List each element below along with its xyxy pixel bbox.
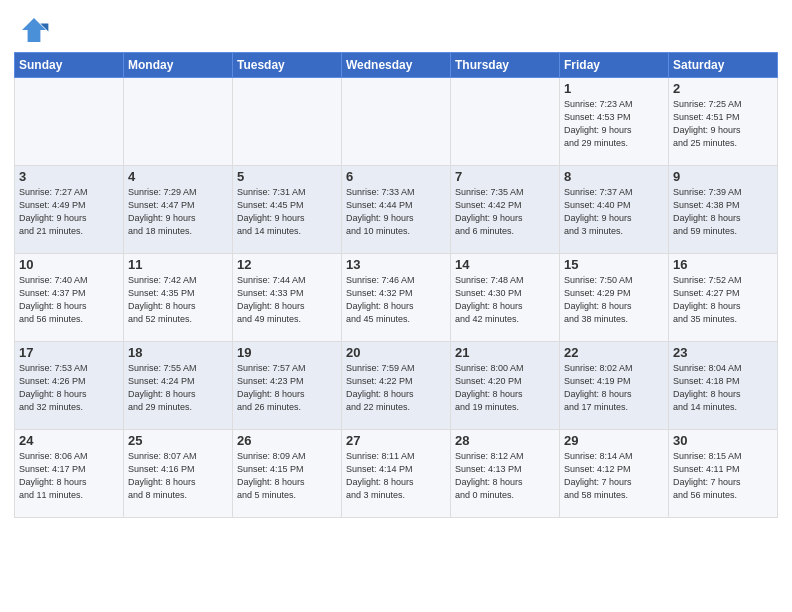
calendar-body: 1Sunrise: 7:23 AM Sunset: 4:53 PM Daylig… — [15, 78, 778, 518]
day-number: 13 — [346, 257, 446, 272]
weekday-friday: Friday — [560, 53, 669, 78]
week-row-5: 24Sunrise: 8:06 AM Sunset: 4:17 PM Dayli… — [15, 430, 778, 518]
day-info: Sunrise: 8:12 AM Sunset: 4:13 PM Dayligh… — [455, 450, 555, 502]
day-number: 22 — [564, 345, 664, 360]
calendar-cell: 12Sunrise: 7:44 AM Sunset: 4:33 PM Dayli… — [233, 254, 342, 342]
day-number: 7 — [455, 169, 555, 184]
weekday-monday: Monday — [124, 53, 233, 78]
day-number: 14 — [455, 257, 555, 272]
day-info: Sunrise: 7:23 AM Sunset: 4:53 PM Dayligh… — [564, 98, 664, 150]
day-info: Sunrise: 8:04 AM Sunset: 4:18 PM Dayligh… — [673, 362, 773, 414]
calendar-cell: 1Sunrise: 7:23 AM Sunset: 4:53 PM Daylig… — [560, 78, 669, 166]
day-number: 28 — [455, 433, 555, 448]
calendar-cell: 30Sunrise: 8:15 AM Sunset: 4:11 PM Dayli… — [669, 430, 778, 518]
day-number: 25 — [128, 433, 228, 448]
calendar-cell — [15, 78, 124, 166]
day-number: 3 — [19, 169, 119, 184]
day-number: 1 — [564, 81, 664, 96]
day-number: 24 — [19, 433, 119, 448]
calendar-cell: 16Sunrise: 7:52 AM Sunset: 4:27 PM Dayli… — [669, 254, 778, 342]
calendar-cell: 28Sunrise: 8:12 AM Sunset: 4:13 PM Dayli… — [451, 430, 560, 518]
day-number: 16 — [673, 257, 773, 272]
calendar-cell: 7Sunrise: 7:35 AM Sunset: 4:42 PM Daylig… — [451, 166, 560, 254]
week-row-2: 3Sunrise: 7:27 AM Sunset: 4:49 PM Daylig… — [15, 166, 778, 254]
weekday-sunday: Sunday — [15, 53, 124, 78]
day-info: Sunrise: 8:11 AM Sunset: 4:14 PM Dayligh… — [346, 450, 446, 502]
weekday-wednesday: Wednesday — [342, 53, 451, 78]
day-info: Sunrise: 7:50 AM Sunset: 4:29 PM Dayligh… — [564, 274, 664, 326]
day-info: Sunrise: 7:37 AM Sunset: 4:40 PM Dayligh… — [564, 186, 664, 238]
day-number: 10 — [19, 257, 119, 272]
day-number: 18 — [128, 345, 228, 360]
calendar-cell: 23Sunrise: 8:04 AM Sunset: 4:18 PM Dayli… — [669, 342, 778, 430]
calendar-cell — [342, 78, 451, 166]
calendar-cell: 6Sunrise: 7:33 AM Sunset: 4:44 PM Daylig… — [342, 166, 451, 254]
calendar-cell — [233, 78, 342, 166]
day-info: Sunrise: 7:46 AM Sunset: 4:32 PM Dayligh… — [346, 274, 446, 326]
day-number: 5 — [237, 169, 337, 184]
day-info: Sunrise: 7:57 AM Sunset: 4:23 PM Dayligh… — [237, 362, 337, 414]
calendar-cell: 27Sunrise: 8:11 AM Sunset: 4:14 PM Dayli… — [342, 430, 451, 518]
day-number: 29 — [564, 433, 664, 448]
calendar-cell: 2Sunrise: 7:25 AM Sunset: 4:51 PM Daylig… — [669, 78, 778, 166]
day-info: Sunrise: 7:31 AM Sunset: 4:45 PM Dayligh… — [237, 186, 337, 238]
calendar-cell: 29Sunrise: 8:14 AM Sunset: 4:12 PM Dayli… — [560, 430, 669, 518]
day-info: Sunrise: 7:25 AM Sunset: 4:51 PM Dayligh… — [673, 98, 773, 150]
calendar-cell: 21Sunrise: 8:00 AM Sunset: 4:20 PM Dayli… — [451, 342, 560, 430]
calendar-cell: 9Sunrise: 7:39 AM Sunset: 4:38 PM Daylig… — [669, 166, 778, 254]
calendar-cell: 3Sunrise: 7:27 AM Sunset: 4:49 PM Daylig… — [15, 166, 124, 254]
day-info: Sunrise: 7:42 AM Sunset: 4:35 PM Dayligh… — [128, 274, 228, 326]
day-info: Sunrise: 8:06 AM Sunset: 4:17 PM Dayligh… — [19, 450, 119, 502]
day-info: Sunrise: 7:40 AM Sunset: 4:37 PM Dayligh… — [19, 274, 119, 326]
day-number: 8 — [564, 169, 664, 184]
calendar-cell: 24Sunrise: 8:06 AM Sunset: 4:17 PM Dayli… — [15, 430, 124, 518]
day-number: 26 — [237, 433, 337, 448]
day-number: 20 — [346, 345, 446, 360]
day-info: Sunrise: 7:52 AM Sunset: 4:27 PM Dayligh… — [673, 274, 773, 326]
calendar-cell: 8Sunrise: 7:37 AM Sunset: 4:40 PM Daylig… — [560, 166, 669, 254]
day-info: Sunrise: 7:44 AM Sunset: 4:33 PM Dayligh… — [237, 274, 337, 326]
calendar-cell: 26Sunrise: 8:09 AM Sunset: 4:15 PM Dayli… — [233, 430, 342, 518]
day-info: Sunrise: 7:35 AM Sunset: 4:42 PM Dayligh… — [455, 186, 555, 238]
week-row-3: 10Sunrise: 7:40 AM Sunset: 4:37 PM Dayli… — [15, 254, 778, 342]
day-number: 27 — [346, 433, 446, 448]
calendar-cell: 19Sunrise: 7:57 AM Sunset: 4:23 PM Dayli… — [233, 342, 342, 430]
day-info: Sunrise: 7:55 AM Sunset: 4:24 PM Dayligh… — [128, 362, 228, 414]
day-info: Sunrise: 7:27 AM Sunset: 4:49 PM Dayligh… — [19, 186, 119, 238]
day-number: 2 — [673, 81, 773, 96]
page-container: SundayMondayTuesdayWednesdayThursdayFrid… — [0, 0, 792, 526]
day-info: Sunrise: 7:53 AM Sunset: 4:26 PM Dayligh… — [19, 362, 119, 414]
day-number: 23 — [673, 345, 773, 360]
calendar-cell: 20Sunrise: 7:59 AM Sunset: 4:22 PM Dayli… — [342, 342, 451, 430]
day-info: Sunrise: 8:00 AM Sunset: 4:20 PM Dayligh… — [455, 362, 555, 414]
day-number: 15 — [564, 257, 664, 272]
calendar: SundayMondayTuesdayWednesdayThursdayFrid… — [14, 52, 778, 518]
day-number: 6 — [346, 169, 446, 184]
calendar-cell: 4Sunrise: 7:29 AM Sunset: 4:47 PM Daylig… — [124, 166, 233, 254]
day-number: 12 — [237, 257, 337, 272]
day-info: Sunrise: 7:48 AM Sunset: 4:30 PM Dayligh… — [455, 274, 555, 326]
calendar-cell: 11Sunrise: 7:42 AM Sunset: 4:35 PM Dayli… — [124, 254, 233, 342]
day-info: Sunrise: 8:14 AM Sunset: 4:12 PM Dayligh… — [564, 450, 664, 502]
day-info: Sunrise: 7:59 AM Sunset: 4:22 PM Dayligh… — [346, 362, 446, 414]
calendar-cell: 10Sunrise: 7:40 AM Sunset: 4:37 PM Dayli… — [15, 254, 124, 342]
day-info: Sunrise: 8:15 AM Sunset: 4:11 PM Dayligh… — [673, 450, 773, 502]
calendar-cell: 25Sunrise: 8:07 AM Sunset: 4:16 PM Dayli… — [124, 430, 233, 518]
day-info: Sunrise: 8:09 AM Sunset: 4:15 PM Dayligh… — [237, 450, 337, 502]
day-number: 30 — [673, 433, 773, 448]
weekday-saturday: Saturday — [669, 53, 778, 78]
logo-icon — [18, 14, 50, 46]
calendar-header: SundayMondayTuesdayWednesdayThursdayFrid… — [15, 53, 778, 78]
day-number: 9 — [673, 169, 773, 184]
day-info: Sunrise: 7:33 AM Sunset: 4:44 PM Dayligh… — [346, 186, 446, 238]
day-number: 21 — [455, 345, 555, 360]
day-info: Sunrise: 8:02 AM Sunset: 4:19 PM Dayligh… — [564, 362, 664, 414]
week-row-1: 1Sunrise: 7:23 AM Sunset: 4:53 PM Daylig… — [15, 78, 778, 166]
day-info: Sunrise: 8:07 AM Sunset: 4:16 PM Dayligh… — [128, 450, 228, 502]
day-number: 4 — [128, 169, 228, 184]
weekday-row: SundayMondayTuesdayWednesdayThursdayFrid… — [15, 53, 778, 78]
calendar-cell: 17Sunrise: 7:53 AM Sunset: 4:26 PM Dayli… — [15, 342, 124, 430]
calendar-cell — [451, 78, 560, 166]
day-info: Sunrise: 7:39 AM Sunset: 4:38 PM Dayligh… — [673, 186, 773, 238]
calendar-cell: 13Sunrise: 7:46 AM Sunset: 4:32 PM Dayli… — [342, 254, 451, 342]
